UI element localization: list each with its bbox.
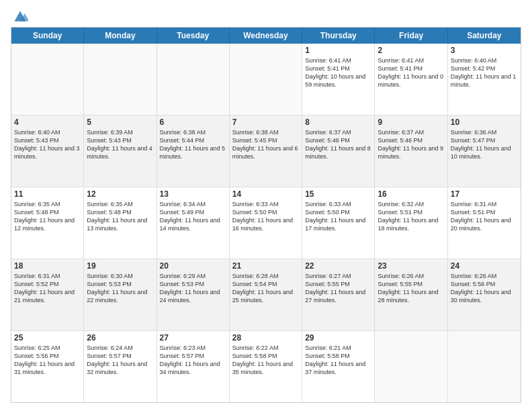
day-number: 2 [378, 46, 444, 55]
calendar-cell [157, 44, 230, 115]
day-info: Sunrise: 6:25 AM Sunset: 5:56 PM Dayligh… [14, 344, 81, 377]
day-number: 14 [232, 189, 299, 199]
calendar-cell: 17Sunrise: 6:31 AM Sunset: 5:51 PM Dayli… [448, 187, 521, 259]
calendar-cell: 11Sunrise: 6:35 AM Sunset: 5:48 PM Dayli… [11, 187, 84, 259]
day-info: Sunrise: 6:39 AM Sunset: 5:43 PM Dayligh… [87, 128, 153, 161]
logo [11, 11, 28, 21]
day-info: Sunrise: 6:40 AM Sunset: 5:43 PM Dayligh… [14, 128, 81, 161]
header-cell-friday: Friday [375, 28, 447, 44]
calendar-cell: 6Sunrise: 6:38 AM Sunset: 5:44 PM Daylig… [157, 116, 230, 187]
day-number: 24 [451, 261, 518, 271]
day-number: 21 [232, 261, 299, 271]
day-number: 19 [87, 261, 153, 271]
calendar-cell: 5Sunrise: 6:39 AM Sunset: 5:43 PM Daylig… [84, 116, 157, 187]
calendar-cell: 20Sunrise: 6:29 AM Sunset: 5:53 PM Dayli… [157, 259, 230, 330]
day-info: Sunrise: 6:35 AM Sunset: 5:48 PM Dayligh… [87, 200, 153, 233]
day-number: 6 [160, 118, 226, 127]
calendar-cell: 24Sunrise: 6:26 AM Sunset: 5:56 PM Dayli… [448, 259, 521, 330]
calendar-week-5: 25Sunrise: 6:25 AM Sunset: 5:56 PM Dayli… [11, 331, 521, 402]
calendar-cell: 1Sunrise: 6:41 AM Sunset: 5:41 PM Daylig… [302, 44, 375, 115]
day-info: Sunrise: 6:41 AM Sunset: 5:41 PM Dayligh… [378, 56, 444, 89]
calendar-cell: 10Sunrise: 6:36 AM Sunset: 5:47 PM Dayli… [448, 116, 521, 187]
calendar-cell [11, 44, 84, 115]
day-number: 3 [451, 46, 518, 55]
logo-icon [12, 9, 28, 23]
header [11, 8, 521, 21]
calendar-cell [84, 44, 157, 115]
page: SundayMondayTuesdayWednesdayThursdayFrid… [0, 0, 532, 411]
day-info: Sunrise: 6:26 AM Sunset: 5:56 PM Dayligh… [451, 272, 518, 305]
calendar-cell [375, 331, 447, 402]
calendar-week-4: 18Sunrise: 6:31 AM Sunset: 5:52 PM Dayli… [11, 259, 521, 331]
calendar-header: SundayMondayTuesdayWednesdayThursdayFrid… [11, 28, 521, 44]
calendar-cell: 29Sunrise: 6:21 AM Sunset: 5:58 PM Dayli… [302, 331, 375, 402]
day-number: 29 [305, 333, 371, 342]
day-number: 5 [87, 118, 153, 127]
header-cell-tuesday: Tuesday [157, 28, 230, 44]
day-number: 4 [14, 118, 81, 127]
calendar-cell: 19Sunrise: 6:30 AM Sunset: 5:53 PM Dayli… [84, 259, 157, 330]
calendar-week-3: 11Sunrise: 6:35 AM Sunset: 5:48 PM Dayli… [11, 187, 521, 259]
calendar-cell: 18Sunrise: 6:31 AM Sunset: 5:52 PM Dayli… [11, 259, 84, 330]
day-number: 25 [14, 333, 81, 342]
calendar-week-1: 1Sunrise: 6:41 AM Sunset: 5:41 PM Daylig… [11, 44, 521, 116]
calendar-cell: 8Sunrise: 6:37 AM Sunset: 5:46 PM Daylig… [302, 116, 375, 187]
day-number: 12 [87, 189, 153, 199]
day-info: Sunrise: 6:41 AM Sunset: 5:41 PM Dayligh… [305, 56, 371, 89]
calendar-cell: 26Sunrise: 6:24 AM Sunset: 5:57 PM Dayli… [84, 331, 157, 402]
calendar-cell: 3Sunrise: 6:40 AM Sunset: 5:42 PM Daylig… [448, 44, 521, 115]
day-number: 16 [378, 189, 444, 199]
day-number: 13 [160, 189, 226, 199]
day-number: 28 [232, 333, 299, 342]
calendar-cell: 2Sunrise: 6:41 AM Sunset: 5:41 PM Daylig… [375, 44, 447, 115]
day-info: Sunrise: 6:37 AM Sunset: 5:46 PM Dayligh… [305, 128, 371, 161]
calendar-cell: 14Sunrise: 6:33 AM Sunset: 5:50 PM Dayli… [230, 187, 302, 259]
calendar-cell: 28Sunrise: 6:22 AM Sunset: 5:58 PM Dayli… [230, 331, 302, 402]
day-number: 23 [378, 261, 444, 271]
day-info: Sunrise: 6:29 AM Sunset: 5:53 PM Dayligh… [160, 272, 226, 305]
day-info: Sunrise: 6:38 AM Sunset: 5:44 PM Dayligh… [160, 128, 226, 161]
day-info: Sunrise: 6:34 AM Sunset: 5:49 PM Dayligh… [160, 200, 226, 233]
day-number: 22 [305, 261, 371, 271]
day-info: Sunrise: 6:35 AM Sunset: 5:48 PM Dayligh… [14, 200, 81, 233]
calendar-cell: 22Sunrise: 6:27 AM Sunset: 5:55 PM Dayli… [302, 259, 375, 330]
calendar-cell [448, 331, 521, 402]
day-number: 15 [305, 189, 371, 199]
calendar-cell: 27Sunrise: 6:23 AM Sunset: 5:57 PM Dayli… [157, 331, 230, 402]
day-number: 18 [14, 261, 81, 271]
header-cell-saturday: Saturday [448, 28, 521, 44]
day-number: 17 [451, 189, 518, 199]
day-info: Sunrise: 6:33 AM Sunset: 5:50 PM Dayligh… [305, 200, 371, 233]
calendar-cell: 12Sunrise: 6:35 AM Sunset: 5:48 PM Dayli… [84, 187, 157, 259]
header-cell-monday: Monday [84, 28, 157, 44]
day-number: 20 [160, 261, 226, 271]
day-info: Sunrise: 6:31 AM Sunset: 5:51 PM Dayligh… [451, 200, 518, 233]
calendar-body: 1Sunrise: 6:41 AM Sunset: 5:41 PM Daylig… [11, 44, 521, 402]
calendar-cell: 21Sunrise: 6:28 AM Sunset: 5:54 PM Dayli… [230, 259, 302, 330]
day-info: Sunrise: 6:28 AM Sunset: 5:54 PM Dayligh… [232, 272, 299, 305]
day-info: Sunrise: 6:40 AM Sunset: 5:42 PM Dayligh… [451, 56, 518, 89]
day-info: Sunrise: 6:33 AM Sunset: 5:50 PM Dayligh… [232, 200, 299, 233]
day-info: Sunrise: 6:21 AM Sunset: 5:58 PM Dayligh… [305, 344, 371, 377]
calendar-cell: 7Sunrise: 6:38 AM Sunset: 5:45 PM Daylig… [230, 116, 302, 187]
day-number: 10 [451, 118, 518, 127]
day-number: 7 [232, 118, 299, 127]
day-info: Sunrise: 6:31 AM Sunset: 5:52 PM Dayligh… [14, 272, 81, 305]
day-info: Sunrise: 6:37 AM Sunset: 5:46 PM Dayligh… [378, 128, 444, 161]
day-number: 11 [14, 189, 81, 199]
calendar-cell: 23Sunrise: 6:26 AM Sunset: 5:55 PM Dayli… [375, 259, 447, 330]
day-info: Sunrise: 6:38 AM Sunset: 5:45 PM Dayligh… [232, 128, 299, 161]
day-info: Sunrise: 6:27 AM Sunset: 5:55 PM Dayligh… [305, 272, 371, 305]
day-info: Sunrise: 6:32 AM Sunset: 5:51 PM Dayligh… [378, 200, 444, 233]
header-cell-wednesday: Wednesday [230, 28, 302, 44]
day-number: 8 [305, 118, 371, 127]
calendar: SundayMondayTuesdayWednesdayThursdayFrid… [11, 27, 521, 403]
calendar-cell: 25Sunrise: 6:25 AM Sunset: 5:56 PM Dayli… [11, 331, 84, 402]
calendar-week-2: 4Sunrise: 6:40 AM Sunset: 5:43 PM Daylig… [11, 116, 521, 187]
day-number: 26 [87, 333, 153, 342]
day-number: 1 [305, 46, 371, 55]
header-cell-sunday: Sunday [11, 28, 84, 44]
day-info: Sunrise: 6:24 AM Sunset: 5:57 PM Dayligh… [87, 344, 153, 377]
day-info: Sunrise: 6:22 AM Sunset: 5:58 PM Dayligh… [232, 344, 299, 377]
calendar-cell: 13Sunrise: 6:34 AM Sunset: 5:49 PM Dayli… [157, 187, 230, 259]
